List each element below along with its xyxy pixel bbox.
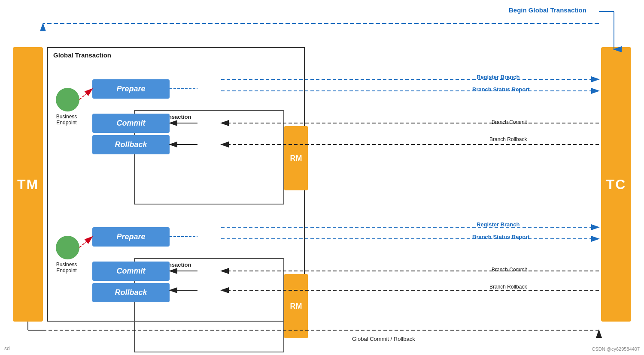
biz-endpoint-label-1: BusinessEndpoint [52,114,82,126]
csdn-label: CSDN @cy629584407 [592,346,640,352]
biz-endpoint-1 [56,88,79,111]
rollback-label-2: Rollback [115,288,147,297]
prepare-box-1: Prepare [92,79,170,99]
global-tx-box: Global Transaction Branch Transaction RM… [47,47,305,322]
register-branch-label-2: Register Branch [477,221,519,228]
global-tx-label: Global Transaction [53,51,111,59]
biz-endpoint-label-2: BusinessEndpoint [52,262,82,274]
commit-box-1: Commit [92,114,170,133]
rollback-label-1: Rollback [115,140,147,149]
commit-label-1: Commit [117,119,146,128]
global-commit-label: Global Commit / Rollback [352,336,415,342]
branch-status-report-label-2: Branch Status Report [472,234,530,240]
rm-label-1: RM [290,154,302,163]
begin-global-label: Begin Global Transaction [509,6,586,14]
rollback-box-2: Rollback [92,283,170,302]
rm-box-1: RM [284,126,308,190]
biz-endpoint-2 [56,236,79,259]
diagram: TM TC Global Transaction Branch Transact… [0,0,644,355]
commit-box-2: Commit [92,262,170,281]
branch-rollback-label-2: Branch Rollback [489,284,527,290]
branch-commit-label-1: Branch Commit [492,119,527,125]
commit-label-2: Commit [117,267,146,276]
tc-label: TC [606,177,626,193]
register-branch-label-1: Register Branch [477,74,519,80]
tc-bar: TC [601,47,631,322]
tm-label: TM [17,177,39,193]
sd-label: sd [4,346,10,352]
branch-rollback-label-1: Branch Rollback [489,136,527,142]
rm-label-2: RM [290,302,302,311]
prepare-box-2: Prepare [92,227,170,247]
branch-status-report-label-1: Branch Status Report [472,86,530,93]
prepare-label-2: Prepare [116,232,145,241]
rm-box-2: RM [284,274,308,338]
rollback-box-1: Rollback [92,135,170,154]
tm-bar: TM [13,47,43,322]
branch-commit-label-2: Branch Commit [492,267,527,273]
prepare-label-1: Prepare [116,84,145,93]
